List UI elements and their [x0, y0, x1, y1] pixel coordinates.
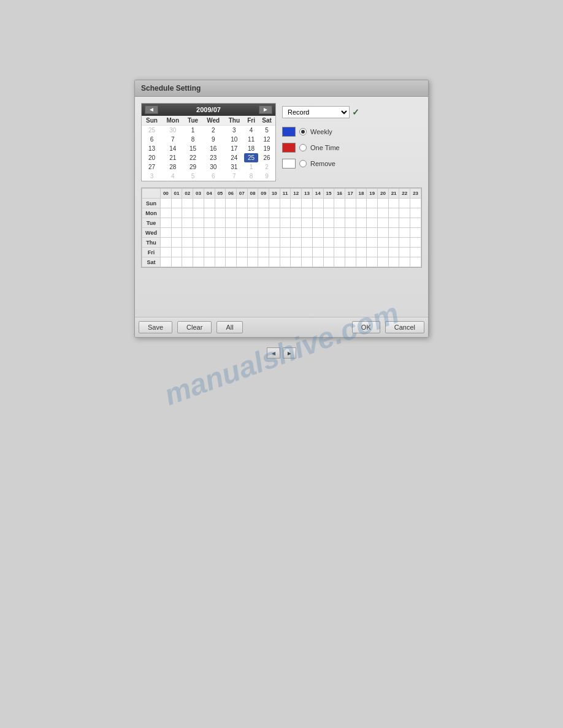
- time-cell[interactable]: [291, 199, 302, 208]
- time-cell[interactable]: [204, 199, 215, 208]
- time-cell[interactable]: [171, 248, 182, 257]
- time-cell[interactable]: [258, 238, 269, 248]
- time-cell[interactable]: [182, 218, 193, 228]
- calendar-day[interactable]: 23: [202, 153, 224, 162]
- calendar-day[interactable]: 14: [162, 144, 184, 153]
- weekly-radio[interactable]: [299, 128, 307, 135]
- calendar-day[interactable]: 17: [224, 144, 244, 153]
- time-cell[interactable]: [388, 228, 399, 238]
- clear-button[interactable]: Clear: [177, 321, 212, 333]
- time-cell[interactable]: [323, 228, 334, 238]
- time-cell[interactable]: [161, 257, 172, 267]
- time-cell[interactable]: [215, 238, 226, 248]
- time-cell[interactable]: [269, 228, 280, 238]
- time-cell[interactable]: [388, 199, 399, 208]
- time-cell[interactable]: [236, 199, 247, 208]
- time-cell[interactable]: [269, 218, 280, 228]
- time-cell[interactable]: [171, 238, 182, 248]
- time-cell[interactable]: [171, 228, 182, 238]
- time-cell[interactable]: [388, 248, 399, 257]
- time-cell[interactable]: [378, 248, 389, 257]
- time-cell[interactable]: [193, 248, 204, 257]
- time-cell[interactable]: [410, 199, 421, 208]
- calendar-day[interactable]: 4: [162, 172, 184, 181]
- calendar-day[interactable]: 7: [224, 172, 244, 181]
- calendar-day[interactable]: 16: [202, 144, 224, 153]
- time-cell[interactable]: [388, 218, 399, 228]
- time-cell[interactable]: [280, 228, 291, 238]
- time-cell[interactable]: [367, 238, 378, 248]
- time-cell[interactable]: [378, 228, 389, 238]
- time-cell[interactable]: [323, 248, 334, 257]
- time-cell[interactable]: [367, 199, 378, 208]
- onetime-radio[interactable]: [299, 144, 307, 151]
- time-cell[interactable]: [367, 218, 378, 228]
- time-cell[interactable]: [323, 218, 334, 228]
- time-cell[interactable]: [312, 257, 323, 267]
- time-cell[interactable]: [258, 208, 269, 218]
- calendar-day[interactable]: 18: [244, 144, 258, 153]
- calendar-day[interactable]: 22: [184, 153, 202, 162]
- time-cell[interactable]: [215, 248, 226, 257]
- time-cell[interactable]: [204, 257, 215, 267]
- calendar-day[interactable]: 27: [142, 162, 162, 172]
- calendar-day[interactable]: 3: [224, 126, 244, 135]
- time-cell[interactable]: [356, 248, 367, 257]
- calendar-day[interactable]: 29: [184, 162, 202, 172]
- time-cell[interactable]: [182, 208, 193, 218]
- calendar-day[interactable]: 30: [202, 162, 224, 172]
- time-cell[interactable]: [258, 199, 269, 208]
- time-cell[interactable]: [193, 199, 204, 208]
- time-cell[interactable]: [356, 208, 367, 218]
- time-cell[interactable]: [236, 248, 247, 257]
- time-cell[interactable]: [378, 199, 389, 208]
- time-cell[interactable]: [236, 218, 247, 228]
- calendar-day[interactable]: 9: [258, 172, 275, 181]
- record-select[interactable]: Record: [282, 106, 350, 118]
- calendar-day[interactable]: 30: [162, 126, 184, 135]
- time-cell[interactable]: [171, 218, 182, 228]
- time-cell[interactable]: [280, 218, 291, 228]
- time-cell[interactable]: [345, 228, 356, 238]
- time-cell[interactable]: [388, 238, 399, 248]
- time-cell[interactable]: [388, 208, 399, 218]
- calendar-day[interactable]: 2: [258, 162, 275, 172]
- time-cell[interactable]: [236, 208, 247, 218]
- time-cell[interactable]: [161, 248, 172, 257]
- time-cell[interactable]: [269, 199, 280, 208]
- time-cell[interactable]: [269, 238, 280, 248]
- time-cell[interactable]: [193, 238, 204, 248]
- time-cell[interactable]: [302, 208, 313, 218]
- time-cell[interactable]: [204, 238, 215, 248]
- time-cell[interactable]: [302, 228, 313, 238]
- time-cell[interactable]: [161, 228, 172, 238]
- calendar-day[interactable]: 1: [184, 126, 202, 135]
- calendar-day[interactable]: 1: [244, 162, 258, 172]
- calendar-day[interactable]: 11: [244, 135, 258, 144]
- time-cell[interactable]: [356, 238, 367, 248]
- ok-button[interactable]: OK: [352, 321, 380, 333]
- time-cell[interactable]: [161, 218, 172, 228]
- bottom-prev-button[interactable]: ◄: [267, 347, 280, 358]
- calendar-day[interactable]: 6: [202, 172, 224, 181]
- time-cell[interactable]: [367, 248, 378, 257]
- time-cell[interactable]: [334, 238, 345, 248]
- time-cell[interactable]: [367, 257, 378, 267]
- calendar-day[interactable]: 10: [224, 135, 244, 144]
- calendar-day[interactable]: 6: [142, 135, 162, 144]
- remove-radio[interactable]: [299, 160, 307, 167]
- time-cell[interactable]: [356, 218, 367, 228]
- time-cell[interactable]: [258, 218, 269, 228]
- time-cell[interactable]: [182, 228, 193, 238]
- time-cell[interactable]: [291, 248, 302, 257]
- time-cell[interactable]: [378, 238, 389, 248]
- time-cell[interactable]: [215, 228, 226, 238]
- time-cell[interactable]: [302, 257, 313, 267]
- time-cell[interactable]: [378, 208, 389, 218]
- calendar-day[interactable]: 20: [142, 153, 162, 162]
- time-cell[interactable]: [345, 208, 356, 218]
- time-cell[interactable]: [247, 238, 258, 248]
- time-cell[interactable]: [258, 248, 269, 257]
- cancel-button[interactable]: Cancel: [385, 321, 424, 333]
- time-cell[interactable]: [378, 218, 389, 228]
